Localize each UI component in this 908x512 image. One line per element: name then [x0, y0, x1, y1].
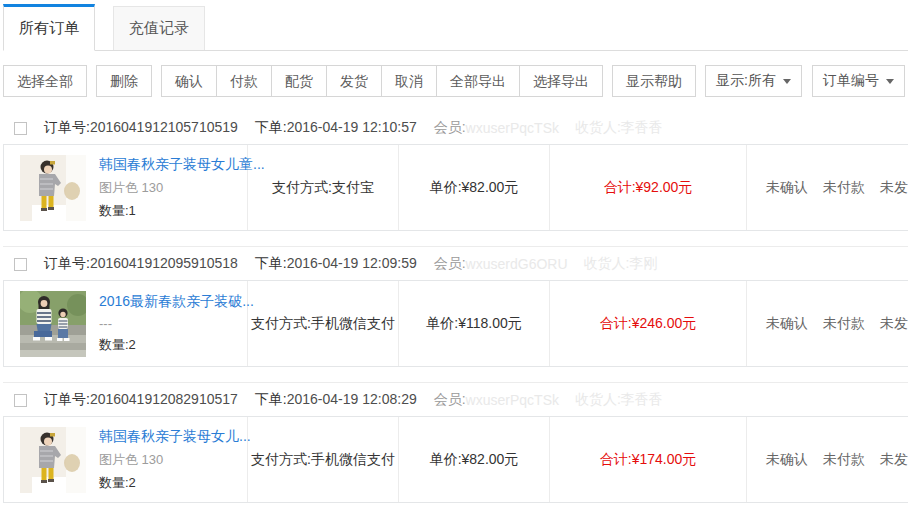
product-title-link[interactable]: 韩国春秋亲子装母女儿...	[99, 428, 247, 446]
delete-button[interactable]: 删除	[96, 65, 152, 97]
order-header: 订单号:2016041912105710519 下单:2016-04-19 12…	[3, 112, 908, 144]
order-row: 韩国春秋亲子装母女儿童... 图片色 130 数量:1 支付方式:支付宝 单价:…	[3, 144, 908, 231]
select-all-button[interactable]: 选择全部	[3, 65, 87, 97]
tab-all-orders[interactable]: 所有订单	[3, 4, 95, 51]
cancel-button[interactable]: 取消	[381, 65, 437, 97]
order-placed-time: 下单:2016-04-19 12:10:57	[255, 119, 417, 137]
order-number: 订单号:2016041912105710519	[44, 119, 238, 137]
order-row: 2016最新春款亲子装破... --- 数量:2 支付方式:手机微信支付 单价:…	[3, 280, 908, 367]
status-unconfirmed: 未确认	[766, 315, 808, 333]
order-action-group: 确认 付款 配货 发货 取消 全部导出 选择导出	[161, 65, 603, 97]
status-unconfirmed: 未确认	[766, 179, 808, 197]
member-id-redacted: wxuserdG6ORU	[466, 256, 568, 272]
product-quantity: 数量:2	[99, 336, 247, 354]
order-statuses: 未确认 未付款 未发货	[747, 417, 908, 502]
unit-price: 单价:¥82.00元	[399, 145, 550, 230]
confirm-button[interactable]: 确认	[161, 65, 217, 97]
display-filter-dropdown[interactable]: 显示:所有	[705, 65, 802, 97]
order-statuses: 未确认 未付款 未发货	[747, 145, 908, 230]
product-image[interactable]	[20, 291, 86, 357]
unit-price: 单价:¥118.00元	[399, 281, 550, 366]
payment-method: 支付方式:手机微信支付	[248, 281, 399, 366]
order-header: 订单号:2016041912095910518 下单:2016-04-19 12…	[3, 248, 908, 280]
unit-price: 单价:¥82.00元	[399, 417, 550, 502]
status-unpaid: 未付款	[823, 451, 865, 469]
pay-button[interactable]: 付款	[216, 65, 272, 97]
order-statuses: 未确认 未付款 未发货	[747, 281, 908, 366]
product-cell: 2016最新春款亲子装破... --- 数量:2	[4, 281, 248, 366]
member-label: 会员:	[434, 391, 466, 409]
member-id-redacted: wxuserPqcTSk	[466, 120, 559, 136]
toolbar: 选择全部 删除 确认 付款 配货 发货 取消 全部导出 选择导出 显示帮助 显示…	[3, 65, 908, 97]
allocate-button[interactable]: 配货	[271, 65, 327, 97]
payment-method: 支付方式:支付宝	[248, 145, 399, 230]
chevron-down-icon	[783, 79, 791, 84]
product-cell: 韩国春秋亲子装母女儿童... 图片色 130 数量:1	[4, 145, 248, 230]
status-unconfirmed: 未确认	[766, 451, 808, 469]
consignee-redacted: 收货人:李刚	[584, 255, 658, 273]
order-row: 韩国春秋亲子装母女儿... 图片色 130 数量:2 支付方式:手机微信支付 单…	[3, 416, 908, 503]
order-block: 订单号:2016041912095910518 下单:2016-04-19 12…	[3, 246, 908, 367]
order-total: 合计:¥246.00元	[550, 281, 747, 366]
order-checkbox[interactable]	[14, 394, 27, 407]
product-spec: ---	[99, 316, 247, 331]
chevron-down-icon	[886, 79, 894, 84]
product-image[interactable]	[20, 155, 86, 221]
order-total: 合计:¥92.00元	[550, 145, 747, 230]
product-spec: 图片色 130	[99, 179, 247, 197]
order-checkbox[interactable]	[14, 258, 27, 271]
order-block: 订单号:2016041912082910517 下单:2016-04-19 12…	[3, 382, 908, 503]
order-total: 合计:¥174.00元	[550, 417, 747, 502]
order-placed-time: 下单:2016-04-19 12:09:59	[255, 255, 417, 273]
member-id-redacted: wxuserPqcTSk	[466, 392, 559, 408]
member-label: 会员:	[434, 255, 466, 273]
order-header: 订单号:2016041912082910517 下单:2016-04-19 12…	[3, 384, 908, 416]
product-title-link[interactable]: 韩国春秋亲子装母女儿童...	[99, 156, 247, 174]
order-number: 订单号:2016041912095910518	[44, 255, 238, 273]
product-quantity: 数量:2	[99, 474, 247, 492]
consignee-redacted: 收货人:李香香	[575, 119, 663, 137]
product-quantity: 数量:1	[99, 202, 247, 220]
display-filter-label: 显示:所有	[716, 72, 776, 90]
status-unshipped: 未发货	[880, 451, 908, 469]
member-label: 会员:	[434, 119, 466, 137]
search-type-label: 订单编号	[823, 72, 879, 90]
product-image[interactable]	[20, 427, 86, 493]
order-placed-time: 下单:2016-04-19 12:08:29	[255, 391, 417, 409]
status-unpaid: 未付款	[823, 315, 865, 333]
toolbar-filters: 显示:所有 订单编号	[705, 65, 908, 97]
export-all-button[interactable]: 全部导出	[436, 65, 520, 97]
order-checkbox[interactable]	[14, 122, 27, 135]
consignee-redacted: 收货人:李香香	[575, 391, 663, 409]
order-block: 订单号:2016041912105710519 下单:2016-04-19 12…	[3, 112, 908, 231]
status-unshipped: 未发货	[880, 179, 908, 197]
tab-bar: 所有订单 充值记录	[3, 4, 908, 51]
export-selected-button[interactable]: 选择导出	[519, 65, 603, 97]
status-unpaid: 未付款	[823, 179, 865, 197]
product-spec: 图片色 130	[99, 451, 247, 469]
payment-method: 支付方式:手机微信支付	[248, 417, 399, 502]
ship-button[interactable]: 发货	[326, 65, 382, 97]
orders-page: 所有订单 充值记录 选择全部 删除 确认 付款 配货 发货 取消 全部导出 选择…	[0, 0, 908, 503]
order-number: 订单号:2016041912082910517	[44, 391, 238, 409]
product-title-link[interactable]: 2016最新春款亲子装破...	[99, 293, 247, 311]
product-cell: 韩国春秋亲子装母女儿... 图片色 130 数量:2	[4, 417, 248, 502]
tab-recharge-records[interactable]: 充值记录	[113, 6, 205, 50]
show-help-button[interactable]: 显示帮助	[612, 65, 696, 97]
search-type-dropdown[interactable]: 订单编号	[812, 65, 905, 97]
status-unshipped: 未发货	[880, 315, 908, 333]
